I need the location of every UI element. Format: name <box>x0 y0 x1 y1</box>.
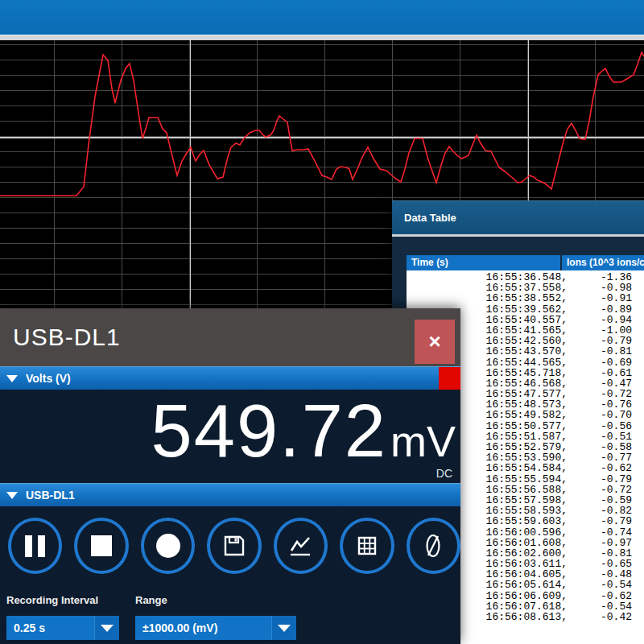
cell-ions: -0.54 <box>568 580 632 590</box>
cell-ions: -0.70 <box>568 410 632 420</box>
cell-ions: -0.97 <box>568 538 632 548</box>
data-table-titlebar[interactable]: Data Table <box>392 200 644 234</box>
recording-interval-label: Recording Interval <box>6 594 98 606</box>
dropdown-arrow-button[interactable] <box>94 616 119 640</box>
volts-section-bar[interactable]: Volts (V) <box>0 366 460 390</box>
cell-ions: -0.56 <box>568 421 632 431</box>
meter-display: 549.72 mV DC <box>0 390 460 483</box>
cell-ions: -0.94 <box>568 315 632 325</box>
toolbar <box>0 506 460 574</box>
pause-icon <box>25 535 45 557</box>
close-button[interactable]: × <box>415 320 455 364</box>
table-button[interactable] <box>340 518 394 574</box>
table-header-row: Time (s) Ions (10^3 ions/cm <box>407 255 644 270</box>
meter-reading-unit: mV <box>390 419 456 463</box>
chevron-down-icon <box>101 625 114 632</box>
recording-interval-dropdown[interactable]: 0.25 s <box>6 616 119 640</box>
cell-ions: -0.79 <box>568 516 632 526</box>
status-red-block <box>439 367 460 390</box>
cell-ions: -0.74 <box>568 527 632 538</box>
column-header-time[interactable]: Time (s) <box>407 255 560 270</box>
meter-mode-label: DC <box>436 467 452 480</box>
window-edge-strip <box>0 35 644 40</box>
cell-ions: -0.69 <box>568 357 632 368</box>
device-section-bar[interactable]: USB-DL1 <box>0 483 460 506</box>
data-table-title: Data Table <box>404 212 456 224</box>
cell-ions: -0.91 <box>568 293 632 303</box>
cell-ions: -0.62 <box>568 463 632 473</box>
range-dropdown[interactable]: ±1000.00 (mV) <box>135 616 296 640</box>
close-icon: × <box>428 329 440 354</box>
top-title-bar <box>0 0 644 35</box>
cell-ions: -0.61 <box>568 368 632 378</box>
usb-dl1-window: USB-DL1 × Volts (V) 549.72 mV DC USB-DL1 <box>0 308 460 644</box>
stop-icon <box>91 535 112 556</box>
cell-ions: -0.81 <box>568 346 632 357</box>
usb-dl1-titlebar[interactable]: USB-DL1 × <box>0 308 460 366</box>
volts-section-label: Volts (V) <box>26 372 71 385</box>
cell-ions: -0.79 <box>568 474 632 485</box>
record-icon <box>156 534 180 558</box>
graph-icon <box>287 532 314 559</box>
zero-icon <box>419 532 447 559</box>
cell-ions: -0.62 <box>568 591 632 601</box>
usb-dl1-window-title: USB-DL1 <box>13 324 121 351</box>
cell-ions: -0.89 <box>568 304 632 315</box>
record-button[interactable] <box>141 518 195 574</box>
pause-button[interactable] <box>8 518 62 574</box>
save-icon <box>221 533 247 559</box>
device-section-label: USB-DL1 <box>26 489 75 502</box>
dropdown-arrow-button[interactable] <box>271 616 296 640</box>
collapse-triangle-icon <box>6 375 18 382</box>
column-header-ions[interactable]: Ions (10^3 ions/cm <box>562 255 644 270</box>
zero-button[interactable] <box>407 518 460 574</box>
meter-reading-value: 549.72 <box>151 394 387 468</box>
chevron-down-icon <box>278 625 291 632</box>
cell-ions: -0.72 <box>568 485 632 495</box>
recording-interval-value: 0.25 s <box>6 621 94 634</box>
cell-ions: -0.42 <box>568 612 632 622</box>
collapse-triangle-icon <box>6 492 18 499</box>
table-row[interactable]: 16:55:38.552,-0.91 <box>407 293 644 303</box>
range-value: ±1000.00 (mV) <box>135 621 271 634</box>
save-button[interactable] <box>207 518 261 574</box>
signal-line <box>0 52 644 196</box>
range-label: Range <box>135 594 167 606</box>
stop-button[interactable] <box>74 518 128 574</box>
graph-button[interactable] <box>274 518 328 574</box>
cell-time: 16:55:38.552, <box>407 293 568 303</box>
table-icon <box>354 533 380 559</box>
